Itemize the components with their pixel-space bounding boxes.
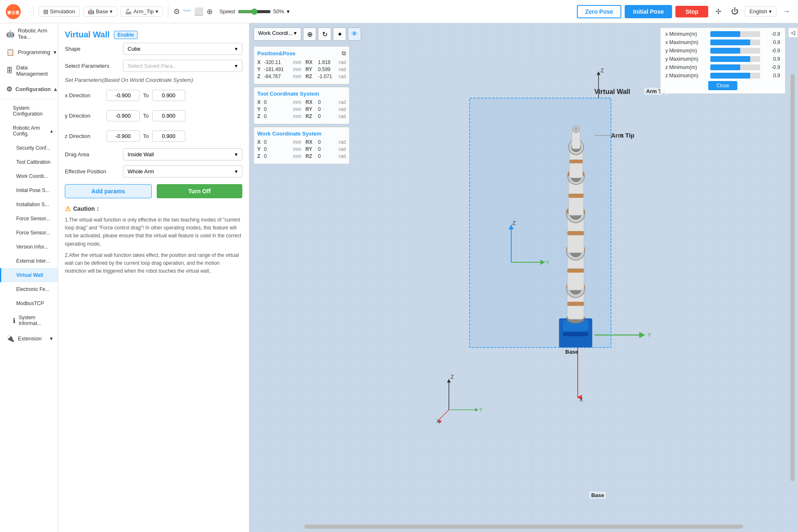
z-max-axis-row: z Maximum(m) 0.9 xyxy=(665,73,780,79)
arm-tip-dropdown[interactable]: 🦾 Arm_Tip ▾ xyxy=(121,6,163,17)
viewport-scrollbar-vertical[interactable] xyxy=(791,74,795,481)
effective-position-row: Effective Position Whole Arm ▾ xyxy=(65,165,242,177)
z-max-axis-val: 0.9 xyxy=(764,73,780,79)
svg-text:Base: Base xyxy=(565,349,578,355)
power-button[interactable]: ⏻ xyxy=(728,5,741,18)
caution-title: ⚠ Caution： xyxy=(65,205,242,213)
logout-button[interactable]: → xyxy=(780,5,793,18)
tool-coord-title-text: Tool Coordinate System xyxy=(257,91,319,97)
x-direction-row: x Direction To xyxy=(65,87,242,103)
sidebar-item-electronic-fe[interactable]: Electronic Fe... xyxy=(0,282,58,296)
sidebar-item-modbus-tcp[interactable]: ModbusTCP xyxy=(0,296,58,310)
sidebar-item-system-informat[interactable]: ℹ System Informat... xyxy=(0,310,58,330)
sidebar-item-force-sensor2[interactable]: Force Sensor... xyxy=(0,226,58,240)
tool-y-val: 0 xyxy=(264,106,293,112)
sidebar-item-force-sensor1[interactable]: Force Sensor... xyxy=(0,212,58,226)
z-min-input[interactable] xyxy=(106,131,140,142)
sidebar-item-tool-calibration[interactable]: Tool Calibration xyxy=(0,155,58,169)
y-min-axis-row: y Minimum(m) -0.9 xyxy=(665,48,780,54)
y-direction-label: y Direction xyxy=(65,113,106,119)
cursor-tool-button[interactable]: ⊕ xyxy=(303,27,316,41)
speed-slider[interactable] xyxy=(238,8,271,15)
tool-z-val: 0 xyxy=(264,113,293,119)
move-tool-button[interactable]: ✦ xyxy=(333,27,346,41)
y-min-axis-val: -0.9 xyxy=(764,48,780,54)
turn-off-button[interactable]: Turn Off xyxy=(157,184,243,198)
language-dropdown[interactable]: English ▾ xyxy=(745,6,776,17)
sidebar-item-work-coordi[interactable]: Work Coordi... xyxy=(0,169,58,183)
effective-position-label: Effective Position xyxy=(65,168,123,175)
copy-icon[interactable]: ⧉ xyxy=(342,50,346,57)
tool-x-val: 0 xyxy=(264,99,293,105)
svg-text:X: X xyxy=(579,397,583,403)
rx-val: 1.818 xyxy=(318,59,339,65)
x-max-input[interactable] xyxy=(152,90,185,101)
speed-value: 50% xyxy=(273,8,284,15)
x-min-input[interactable] xyxy=(106,90,140,101)
select-params-placeholder: Select Saved Para... xyxy=(128,63,177,69)
sidebar-item-installation-s[interactable]: Installation S... xyxy=(0,197,58,212)
shape-select[interactable]: Cube ▾ xyxy=(123,43,242,55)
y-max-bar-fill xyxy=(710,56,750,62)
pos-y-val: -181.491 xyxy=(264,66,293,72)
svg-text:X: X xyxy=(436,419,440,424)
x-min-bar-fill xyxy=(710,31,740,37)
x-min-axis-label: x Minimum(m) xyxy=(665,31,707,37)
programming-icon: 📋 xyxy=(6,48,15,56)
add-params-button[interactable]: Add params xyxy=(65,184,152,198)
svg-rect-50 xyxy=(569,160,583,163)
z-max-input[interactable] xyxy=(152,131,185,142)
stop-button[interactable]: Stop xyxy=(675,6,708,17)
y-max-input[interactable] xyxy=(152,110,185,121)
tool-z-row: Z 0 mm RZ 0 rad xyxy=(257,113,346,119)
pos-y-unit: mm xyxy=(293,66,305,72)
z-min-axis-row: z Minimum(m) -0.9 xyxy=(665,64,780,70)
sidebar-item-initial-pose-s[interactable]: Initial Pose S... xyxy=(0,183,58,197)
base-label: Base xyxy=(96,8,108,15)
sidebar-item-virtual-wall[interactable]: Virtual Wall xyxy=(0,268,58,282)
initial-pose-button[interactable]: Initial Pose xyxy=(625,5,672,18)
panel-collapse-button[interactable]: ◁ xyxy=(788,27,798,38)
speed-label: Speed xyxy=(219,8,235,15)
caution-text-1: 1.The virtual wall function is only effe… xyxy=(65,216,242,248)
sidebar-item-robotic-arm-tea[interactable]: 🤖 Robotic Arm Tea... xyxy=(0,23,58,44)
tool-icon3: ⬜ xyxy=(194,7,203,16)
close-axis-limits-button[interactable]: Close xyxy=(708,81,738,90)
robot-arm-svg: Virtual Wall Z Arm Tip X Y Z Y xyxy=(395,65,686,439)
position-pose-panel: Position&Pose ⧉ X -320.11 mm RX 1.818 ra… xyxy=(254,46,350,84)
viewport-scrollbar-horizontal[interactable] xyxy=(304,525,743,529)
sidebar-label-external: External Inter... xyxy=(16,258,50,264)
simulation-button[interactable]: ▤ Simulation xyxy=(39,6,80,17)
svg-rect-45 xyxy=(569,194,584,198)
caution-text-2: 2.After the virtual wall function takes … xyxy=(65,251,242,276)
svg-text:Z: Z xyxy=(512,220,516,226)
sidebar-item-programming[interactable]: 📋 Programming ▾ xyxy=(0,44,58,60)
zero-pose-button[interactable]: Zero Pose xyxy=(577,5,622,18)
coord-label: Work Coordi... xyxy=(258,30,293,36)
logo-icon: 睿尔曼 xyxy=(5,3,22,20)
z-direction-label: z Direction xyxy=(65,133,106,139)
sidebar-item-security-conf[interactable]: Security Conf... xyxy=(0,141,58,155)
effective-position-select[interactable]: Whole Arm ▾ xyxy=(123,165,242,177)
y-min-input[interactable] xyxy=(106,110,140,121)
rz-val: -1.071 xyxy=(318,74,339,79)
sidebar-item-system-configuration[interactable]: System Configuration xyxy=(0,101,58,121)
select-params-select[interactable]: Select Saved Para... ▾ xyxy=(123,60,242,72)
drag-area-select[interactable]: Inside Wall ▾ xyxy=(123,148,242,160)
sidebar-item-extension[interactable]: 🔌 Extension ▾ xyxy=(0,330,58,347)
info-overlay: Position&Pose ⧉ X -320.11 mm RX 1.818 ra… xyxy=(254,46,350,167)
x-max-bar-fill xyxy=(710,39,750,45)
view-tool-button[interactable]: 👁 xyxy=(348,27,361,41)
svg-rect-26 xyxy=(563,332,588,336)
coord-system-select[interactable]: Work Coordi... ▾ xyxy=(254,27,301,41)
sidebar-item-external-inter[interactable]: External Inter... xyxy=(0,254,58,268)
sidebar-item-version-infor[interactable]: Version Infor... xyxy=(0,240,58,254)
sidebar-item-data-management[interactable]: 🗄 Data Management xyxy=(0,60,58,81)
svg-point-55 xyxy=(574,128,578,131)
sidebar-item-configuration[interactable]: ⚙ Configuration ▴ xyxy=(0,81,58,97)
base-dropdown[interactable]: 🤖 Base ▾ xyxy=(83,6,118,17)
rotate-tool-button[interactable]: ↻ xyxy=(318,27,331,41)
sidebar-item-robotic-arm-config[interactable]: Robotic Arm Config. ▴ xyxy=(0,121,58,141)
tool-y-row: Y 0 mm RY 0 rad xyxy=(257,106,346,112)
crosshair-button[interactable]: ✛ xyxy=(712,5,725,18)
